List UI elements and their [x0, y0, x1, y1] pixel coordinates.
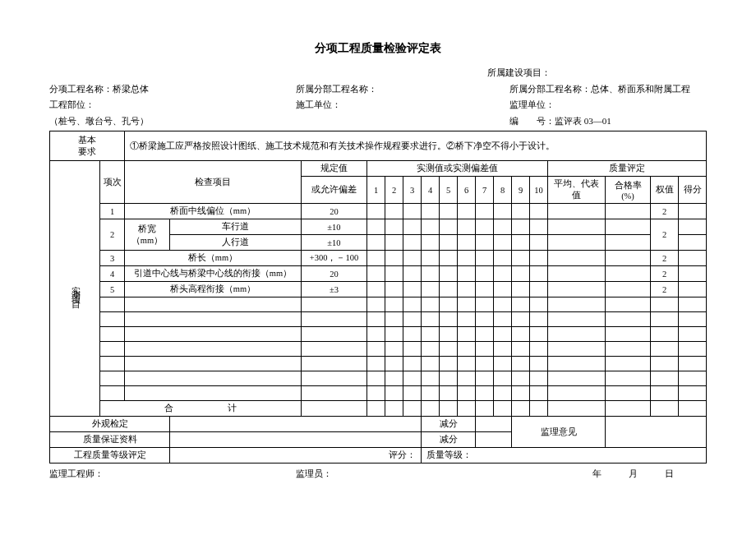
r4-seq: 4: [100, 266, 125, 282]
r2b-item-b: 人行道: [170, 235, 302, 251]
hdr-c7: 7: [476, 177, 494, 204]
hdr-quality-eval: 质量评定: [548, 161, 707, 177]
sub-item-name-label: 分项工程名称：: [49, 84, 113, 94]
position-label: 工程部位：: [49, 98, 296, 113]
sub-part-name-value: 所属分部工程名称：总体、桥面系和附属工程: [509, 82, 707, 97]
hdr-measured: 实测值或实测偏差值: [367, 161, 548, 177]
basic-req-row: 基本要求 ①桥梁施工应严格按照设计图纸、施工技术规范和有关技术操作规程要求进行。…: [50, 131, 707, 161]
deduct-label-1: 减分: [422, 417, 476, 432]
quality-grade-label: 质量等级：: [422, 448, 707, 464]
side-label: 实测项目: [50, 161, 100, 417]
r2-weight: 2: [651, 219, 679, 251]
table-row: [50, 327, 707, 342]
hdr-c3: 3: [403, 177, 422, 204]
pile-label: （桩号、墩台号、孔号）: [49, 114, 296, 129]
r5-seq: 5: [100, 282, 125, 297]
r2-item-b: 车行道: [170, 219, 302, 235]
r1-item: 桥面中线偏位（mm）: [125, 204, 302, 219]
footer-supervisor: 监理员：: [296, 467, 509, 482]
total-label: 合 计: [100, 401, 302, 417]
hdr-c1: 1: [367, 177, 385, 204]
header-row-1: 实测项目 项次 检查项目 规定值 实测值或实测偏差值 质量评定: [50, 161, 707, 177]
appearance-row: 外观检定 减分 监理意见: [50, 417, 707, 432]
hdr-c10: 10: [530, 177, 548, 204]
hdr-avg: 平均、代表值: [548, 177, 606, 204]
eval-score-label: 评分：: [170, 448, 422, 464]
supervision-opinion-label: 监理意见: [512, 417, 606, 448]
table-row: 3 桥长（mm） +300，－100 2: [50, 251, 707, 266]
hdr-score: 得分: [679, 177, 707, 204]
meta-line-2: 工程部位： 施工单位： 监理单位：: [49, 98, 707, 113]
hdr-weight: 权值: [651, 177, 679, 204]
hdr-c2: 2: [385, 177, 403, 204]
hdr-c8: 8: [494, 177, 512, 204]
r4-weight: 2: [651, 266, 679, 282]
hdr-c6: 6: [458, 177, 476, 204]
meta-line-0: 所属建设项目：: [49, 66, 707, 81]
deduct-label-2: 减分: [422, 432, 476, 448]
table-row: 4 引道中心线与桥梁中心线的衔接（mm） 20 2: [50, 266, 707, 282]
r4-item: 引道中心线与桥梁中心线的衔接（mm）: [125, 266, 302, 282]
r2b-spec: ±10: [302, 235, 367, 251]
r1-weight: 2: [651, 204, 679, 219]
r2-spec: ±10: [302, 219, 367, 235]
r1-seq: 1: [100, 204, 125, 219]
table-row: 2 桥宽（mm） 车行道 ±10 2: [50, 219, 707, 235]
table-row: [50, 312, 707, 327]
code-label: 编 号：: [509, 116, 555, 126]
r3-seq: 3: [100, 251, 125, 266]
table-row: 5 桥头高程衔接（mm） ±3 2: [50, 282, 707, 297]
hdr-spec-l1: 规定值: [302, 161, 367, 177]
grade-eval-label: 工程质量等级评定: [50, 448, 170, 464]
basic-req-label: 基本要求: [50, 131, 125, 161]
r5-item: 桥头高程衔接（mm）: [125, 282, 302, 297]
construction-unit-label: 施工单位：: [296, 98, 509, 113]
table-row: [50, 386, 707, 401]
r5-weight: 2: [651, 282, 679, 297]
meta-line-3: （桩号、墩台号、孔号） 编 号：监评表 03—01: [49, 114, 707, 129]
sub-part-name-label: 所属分部工程名称：: [296, 82, 509, 97]
total-row: 合 计: [50, 401, 707, 417]
hdr-c9: 9: [512, 177, 530, 204]
basic-req-text: ①桥梁施工应严格按照设计图纸、施工技术规范和有关技术操作规程要求进行。②桥下净空…: [125, 131, 707, 161]
main-table: 基本要求 ①桥梁施工应严格按照设计图纸、施工技术规范和有关技术操作规程要求进行。…: [49, 131, 707, 464]
r4-spec: 20: [302, 266, 367, 282]
footer-engineer: 监理工程师：: [49, 467, 296, 482]
r3-weight: 2: [651, 251, 679, 266]
owner-project-label: 所属建设项目：: [487, 66, 707, 81]
r5-spec: ±3: [302, 282, 367, 297]
meta-line-1: 分项工程名称：桥梁总体 所属分部工程名称： 所属分部工程名称：总体、桥面系和附属…: [49, 82, 707, 97]
r2-seq: 2: [100, 219, 125, 251]
r3-spec: +300，－100: [302, 251, 367, 266]
table-row: 1 桥面中线偏位（mm） 20 2: [50, 204, 707, 219]
hdr-c5: 5: [440, 177, 458, 204]
hdr-pass: 合格率(%): [606, 177, 651, 204]
sub-item-name-value: 桥梁总体: [113, 84, 149, 94]
hdr-c4: 4: [422, 177, 440, 204]
footer-row: 监理工程师： 监理员： 年 月 日: [49, 467, 707, 482]
r1-spec: 20: [302, 204, 367, 219]
table-row: [50, 342, 707, 357]
hdr-seq: 项次: [100, 161, 125, 204]
code-value: 监评表 03—01: [555, 116, 611, 126]
grade-eval-row: 工程质量等级评定 评分： 质量等级：: [50, 448, 707, 464]
page-title: 分项工程质量检验评定表: [49, 41, 707, 56]
supervision-unit-label: 监理单位：: [509, 98, 707, 113]
table-row: [50, 297, 707, 312]
hdr-spec-l2: 或允许偏差: [302, 177, 367, 204]
qa-material-label: 质量保证资料: [50, 432, 170, 448]
r2-item-a: 桥宽（mm）: [125, 219, 170, 251]
r3-item: 桥长（mm）: [125, 251, 302, 266]
appearance-label: 外观检定: [50, 417, 170, 432]
table-row: [50, 371, 707, 386]
footer-date: 年 月 日: [509, 467, 707, 482]
table-row: [50, 357, 707, 371]
hdr-check-item: 检查项目: [125, 161, 302, 204]
